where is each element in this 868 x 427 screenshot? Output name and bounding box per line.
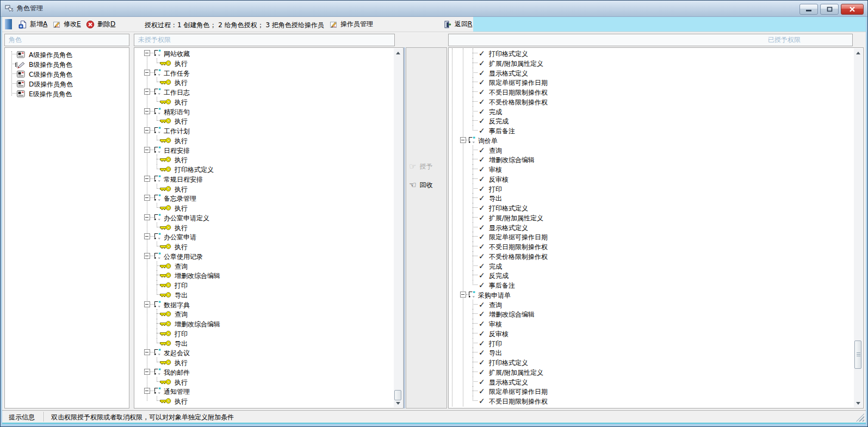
operator-manage-button[interactable]: 操作员管理 <box>329 18 373 30</box>
permission-group-node[interactable]: 精彩语句 <box>134 107 403 116</box>
granted-permission-node[interactable]: ✓打印格式定义 <box>449 48 863 58</box>
granted-permission-node[interactable]: ✓完成 <box>449 107 863 116</box>
granted-permission-node[interactable]: ✓完成 <box>449 261 863 271</box>
granted-permission-node[interactable]: ✓反完成 <box>449 116 863 126</box>
permission-leaf-node[interactable]: 执行 <box>134 242 403 251</box>
granted-permission-node[interactable]: ✓增删改综合编辑 <box>449 154 863 164</box>
granted-permission-node[interactable]: ✓不受价格限制操作权 <box>449 97 863 107</box>
permission-leaf-node[interactable]: 查询 <box>134 309 403 319</box>
collapse-toggle[interactable] <box>144 70 150 76</box>
permission-leaf-node[interactable]: 执行 <box>134 222 403 232</box>
collapse-toggle[interactable] <box>144 127 150 133</box>
granted-permission-node[interactable]: ✓查询 <box>449 300 863 310</box>
resize-grip[interactable] <box>856 413 864 422</box>
collapse-toggle[interactable] <box>144 195 150 201</box>
granted-permission-node[interactable]: ✓增删改综合编辑 <box>449 309 863 319</box>
permission-leaf-node[interactable]: 执行 <box>134 116 403 126</box>
granted-permission-node[interactable]: ✓导出 <box>449 193 863 203</box>
collapse-toggle[interactable] <box>144 388 150 394</box>
revoke-button[interactable]: ☜ 回收 <box>409 180 446 190</box>
granted-permission-node[interactable]: ✓反审核 <box>449 329 863 338</box>
permission-group-node[interactable]: 网站收藏 <box>134 48 403 58</box>
collapse-toggle[interactable] <box>144 233 150 239</box>
permission-group-node[interactable]: 办公室申请定义 <box>134 213 403 222</box>
collapse-toggle[interactable] <box>144 369 150 375</box>
permission-leaf-node[interactable]: 增删改综合编辑 <box>134 270 403 280</box>
scroll-up-button[interactable] <box>854 48 863 57</box>
granted-permission-node[interactable]: ✓扩展/附加属性定义 <box>449 213 863 222</box>
permission-leaf-node[interactable]: 导出 <box>134 290 403 300</box>
granted-permission-node[interactable]: ✓扩展/附加属性定义 <box>449 58 863 68</box>
permission-leaf-node[interactable]: 打印格式定义 <box>134 164 403 174</box>
granted-permission-node[interactable]: ✓反完成 <box>449 270 863 280</box>
collapse-toggle[interactable] <box>144 301 150 307</box>
permission-leaf-node[interactable]: 执行 <box>134 77 403 87</box>
granted-permission-node[interactable]: ✓打印格式定义 <box>449 357 863 367</box>
collapse-toggle[interactable] <box>460 137 466 143</box>
granted-permission-node[interactable]: ✓事后备注 <box>449 280 863 290</box>
granted-permission-node[interactable]: ✓限定单据可操作日期 <box>449 386 863 396</box>
maximize-button[interactable] <box>820 4 839 15</box>
granted-permission-node[interactable]: ✓审核 <box>449 164 863 174</box>
collapse-toggle[interactable] <box>144 147 150 153</box>
role-tree-item-selected[interactable]: B级操作员角色 <box>5 59 129 69</box>
collapse-toggle[interactable] <box>144 349 150 355</box>
permission-leaf-node[interactable]: 执行 <box>134 396 403 406</box>
granted-permission-node[interactable]: ✓打印 <box>449 338 863 348</box>
permission-leaf-node[interactable]: 增删改综合编辑 <box>134 319 403 329</box>
granted-permission-node[interactable]: ✓查询 <box>449 145 863 155</box>
role-tree-item[interactable]: E级操作员角色 <box>5 89 129 98</box>
permission-leaf-node[interactable]: 执行 <box>134 135 403 145</box>
permission-group-node[interactable]: 办公室申请 <box>134 232 403 242</box>
permission-group-node[interactable]: 公章使用记录 <box>134 251 403 261</box>
permission-leaf-node[interactable]: 执行 <box>134 203 403 213</box>
scrollbar-thumb[interactable] <box>854 341 861 369</box>
granted-permission-node[interactable]: ✓限定单据可操作日期 <box>449 77 863 87</box>
collapse-toggle[interactable] <box>144 50 150 56</box>
role-tree-item[interactable]: A级操作员角色 <box>5 49 129 59</box>
permission-group-node[interactable]: 工作日志 <box>134 87 403 97</box>
permission-group-node[interactable]: 通知管理 <box>134 386 403 396</box>
granted-permission-node[interactable]: ✓反审核 <box>449 174 863 184</box>
modify-button[interactable]: 修改E <box>52 18 81 30</box>
permission-leaf-node[interactable]: 打印 <box>134 280 403 290</box>
granted-permission-node[interactable]: ✓事后备注 <box>449 126 863 135</box>
permission-leaf-node[interactable]: 打印 <box>134 329 403 338</box>
granted-permission-node[interactable]: ✓不受日期限制操作权 <box>449 396 863 406</box>
permission-leaf-node[interactable]: 执行 <box>134 184 403 194</box>
granted-group-node[interactable]: 采购申请单 <box>449 290 863 300</box>
permission-leaf-node[interactable]: 查询 <box>134 261 403 271</box>
scroll-down-button[interactable] <box>854 399 863 407</box>
permission-leaf-node[interactable]: 执行 <box>134 377 403 387</box>
delete-button[interactable]: 删除D <box>86 18 115 30</box>
granted-permission-node[interactable]: ✓显示格式定义 <box>449 222 863 232</box>
granted-group-node[interactable]: 询价单 <box>449 135 863 145</box>
grant-button[interactable]: ☞ 授予 <box>409 162 446 171</box>
granted-permission-node[interactable]: ✓打印格式定义 <box>449 203 863 213</box>
granted-permission-node[interactable]: ✓审核 <box>449 319 863 329</box>
scroll-down-button[interactable] <box>394 399 402 407</box>
granted-permission-node[interactable]: ✓不受日期限制操作权 <box>449 87 863 97</box>
granted-tree-scrollbar[interactable] <box>854 48 863 407</box>
permission-group-node[interactable]: 工作计划 <box>134 126 403 135</box>
permission-leaf-node[interactable]: 导出 <box>134 338 403 348</box>
permission-group-node[interactable]: 备忘录管理 <box>134 193 403 203</box>
toolbar-gripper[interactable] <box>5 19 12 29</box>
permission-group-node[interactable]: 工作任务 <box>134 68 403 78</box>
scroll-up-button[interactable] <box>394 48 402 57</box>
minimize-button[interactable] <box>799 4 818 15</box>
granted-permission-node[interactable]: ✓扩展/附加属性定义 <box>449 367 863 377</box>
role-tree-item[interactable]: D级操作员角色 <box>5 79 129 89</box>
ungranted-tree-scrollbar[interactable] <box>394 48 402 407</box>
permission-leaf-node[interactable]: 执行 <box>134 357 403 367</box>
permission-leaf-node[interactable]: 执行 <box>134 97 403 107</box>
permission-group-node[interactable]: 我的邮件 <box>134 367 403 377</box>
granted-permission-node[interactable]: ✓不受价格限制操作权 <box>449 251 863 261</box>
permission-group-node[interactable]: 发起会议 <box>134 348 403 357</box>
collapse-toggle[interactable] <box>460 292 466 298</box>
granted-permission-node[interactable]: ✓不受日期限制操作权 <box>449 242 863 251</box>
close-button[interactable] <box>841 4 864 15</box>
permission-group-node[interactable]: 常规日程安排 <box>134 174 403 184</box>
permission-leaf-node[interactable]: 执行 <box>134 154 403 164</box>
permission-leaf-node[interactable]: 执行 <box>134 58 403 68</box>
